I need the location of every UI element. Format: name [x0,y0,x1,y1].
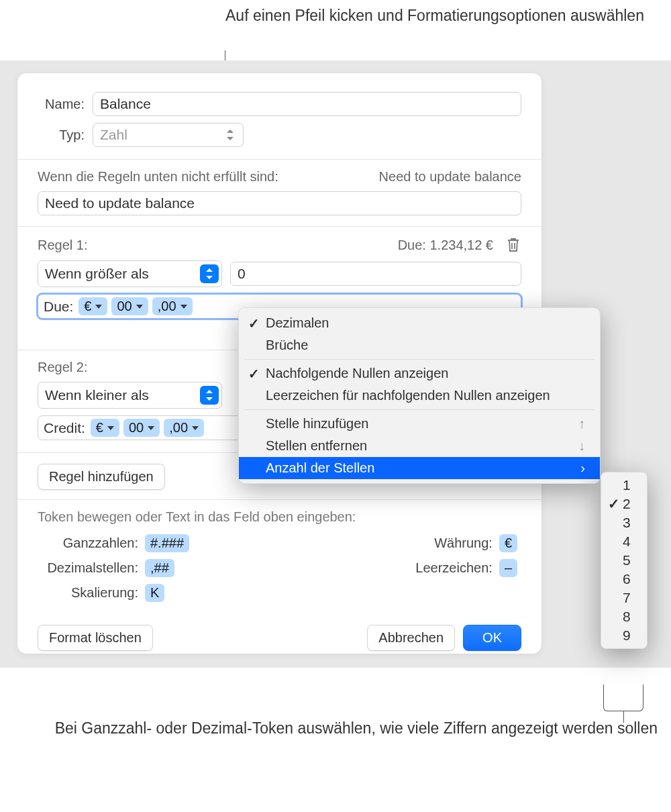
ganzzahlen-label: Ganzzahlen: [38,536,138,551]
currency-token[interactable]: € [79,297,107,315]
decimal-token[interactable]: ,00 [152,297,193,315]
caret-down-icon [148,426,154,430]
fallback-label: Wenn die Regeln unten nicht erfüllt sind… [38,169,278,185]
ganzzahlen-token[interactable]: #.### [145,534,189,552]
rule1-label: Regel 1: [38,238,88,253]
dezimal-label: Dezimalstellen: [38,560,138,576]
caret-down-icon [192,426,199,430]
rule1-condition-value: Wenn größer als [45,266,149,282]
menu-item-trailing-zeros[interactable]: ✓Nachfolgende Nullen anzeigen [239,362,600,385]
caret-down-icon [95,305,102,309]
submenu-item-1[interactable]: 1 [601,476,647,495]
add-rule-button[interactable]: Regel hinzufügen [38,464,165,490]
name-input[interactable]: Balance [93,92,521,116]
chevron-updown-icon [224,128,236,142]
trash-icon[interactable] [505,236,521,254]
rule2-condition-popup[interactable]: Wenn kleiner als [38,382,222,409]
rule2-format-field[interactable]: Credit: € 00 ,00 [38,415,246,440]
leerzeichen-label: Leerzeichen: [318,560,493,576]
leerzeichen-token[interactable]: – [499,559,517,577]
chevron-right-icon: › [580,460,585,476]
submenu-item-4[interactable]: 4 [601,532,647,551]
fallback-input[interactable]: Need to update balance [38,191,521,215]
integer-token[interactable]: 00 [111,297,148,315]
rule2-prefix: Credit: [44,420,85,436]
submenu-item-8[interactable]: 8 [601,607,647,626]
rule1-preview: Due: 1.234,12 € [398,238,493,253]
dezimal-token[interactable]: ,## [145,559,174,577]
ok-button[interactable]: OK [463,625,521,651]
menu-item-digit-count[interactable]: Anzahl der Stellen› [239,457,600,479]
rule1-prefix: Due: [44,299,73,315]
submenu-item-6[interactable]: 6 [601,570,647,589]
callout-top: Auf einen Pfeil kicken und Formatierungs… [225,5,644,26]
skalierung-label: Skalierung: [38,585,138,601]
decimal-token-menu: ✓Dezimalen Brüche ✓Nachfolgende Nullen a… [238,307,601,484]
submenu-item-2[interactable]: ✓2 [601,495,647,513]
caret-down-icon [136,305,143,309]
caret-down-icon [180,305,187,309]
decimal-token[interactable]: ,00 [164,419,204,437]
arrow-up-icon: ↑ [578,416,585,432]
helper-text: Token bewegen oder Text in das Feld oben… [38,509,521,525]
menu-item-space-trailing-zeros[interactable]: Leerzeichen für nachfolgenden Nullen anz… [239,385,600,407]
digit-count-submenu: 1 ✓2 3 4 5 6 7 8 9 [601,472,648,649]
cancel-button[interactable]: Abbrechen [367,625,455,651]
callout-bottom: Bei Ganzzahl- oder Dezimal-Token auswähl… [55,718,658,739]
submenu-item-3[interactable]: 3 [601,513,647,532]
type-label: Typ: [38,128,85,143]
chevron-updown-icon [200,264,219,283]
skalierung-token[interactable]: K [145,584,164,602]
rule2-condition-value: Wenn kleiner als [45,387,149,403]
rule1-condition-popup[interactable]: Wenn größer als [38,260,222,287]
name-label: Name: [38,97,85,112]
callout-bracket [603,684,643,711]
menu-item-remove-digit[interactable]: Stellen entfernen↓ [239,435,600,457]
chevron-updown-icon [200,386,219,405]
submenu-item-9[interactable]: 9 [601,626,647,645]
fallback-preview: Need to update balance [379,169,521,185]
menu-item-brueche[interactable]: Brüche [239,334,600,356]
menu-item-dezimalen[interactable]: ✓Dezimalen [239,312,600,334]
integer-token[interactable]: 00 [123,419,160,437]
submenu-item-5[interactable]: 5 [601,551,647,570]
currency-token[interactable]: € [91,419,119,437]
waehrung-token[interactable]: € [499,534,517,552]
waehrung-label: Währung: [318,536,493,551]
submenu-item-7[interactable]: 7 [601,589,647,607]
arrow-down-icon: ↓ [578,438,585,454]
menu-item-add-digit[interactable]: Stelle hinzufügen↑ [239,413,600,435]
rule1-compare-input[interactable]: 0 [230,262,521,286]
type-popup[interactable]: Zahl [93,123,244,147]
caret-down-icon [107,426,114,430]
type-value: Zahl [100,127,127,143]
delete-format-button[interactable]: Format löschen [38,625,153,651]
